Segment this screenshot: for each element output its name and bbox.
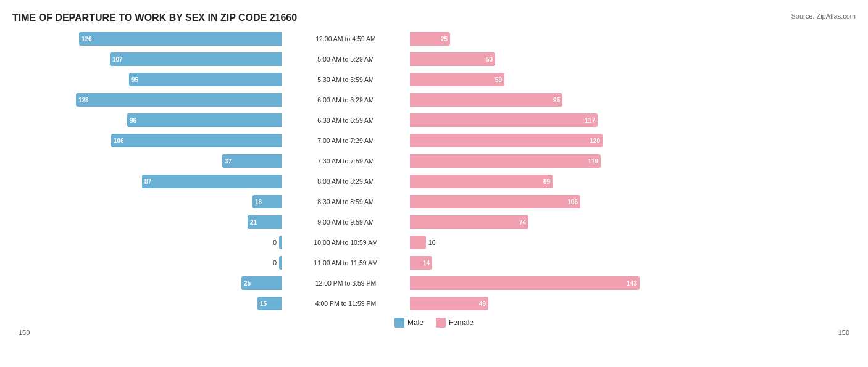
- male-bar: 21: [248, 215, 282, 229]
- male-value: 0: [259, 239, 277, 246]
- right-section: 14: [407, 256, 679, 270]
- legend-male-label: Male: [407, 318, 424, 327]
- source-text: Source: ZipAtlas.com: [791, 12, 856, 20]
- legend-female-label: Female: [449, 318, 474, 327]
- female-bar: 106: [410, 195, 580, 208]
- time-label: 11:00 AM to 11:59 AM: [284, 259, 407, 266]
- right-section: 89: [407, 175, 679, 188]
- female-bar: 59: [410, 73, 504, 86]
- legend-male-box: [394, 318, 404, 328]
- time-label: 5:30 AM to 5:59 AM: [284, 76, 407, 83]
- legend-female: Female: [436, 318, 474, 328]
- right-section: 74: [407, 215, 679, 229]
- male-bar-value: 107: [112, 56, 123, 63]
- bar-row: 1286:00 AM to 6:29 AM95: [12, 91, 856, 109]
- female-bar: [410, 236, 426, 249]
- female-bar: 95: [410, 93, 562, 107]
- male-bar: 25: [241, 276, 282, 290]
- male-bar: 18: [252, 195, 282, 208]
- right-section: 119: [407, 154, 679, 168]
- male-bar-value: 128: [78, 97, 89, 104]
- male-bar: [279, 236, 282, 249]
- bar-row: 1067:00 AM to 7:29 AM120: [12, 131, 856, 150]
- female-bar: 119: [410, 154, 601, 168]
- legend-female-box: [436, 318, 446, 328]
- bar-row: 878:00 AM to 8:29 AM89: [12, 172, 856, 191]
- time-label: 5:00 AM to 5:29 AM: [284, 56, 407, 63]
- time-label: 4:00 PM to 11:59 PM: [284, 300, 407, 307]
- male-bar-value: 126: [81, 36, 92, 43]
- left-section: 0: [12, 256, 284, 270]
- male-bar: 37: [222, 154, 282, 168]
- male-bar-value: 21: [250, 219, 257, 226]
- axis-left-label: 150: [19, 329, 30, 336]
- bar-row: 010:00 AM to 10:59 AM10: [12, 233, 856, 252]
- bar-row: 955:30 AM to 5:59 AM59: [12, 70, 856, 89]
- male-value: 0: [259, 259, 277, 266]
- right-section: 53: [407, 52, 679, 66]
- female-bar-value: 25: [441, 36, 448, 43]
- left-section: 15: [12, 297, 284, 310]
- male-bar: 106: [111, 134, 282, 147]
- left-section: 0: [12, 236, 284, 249]
- male-bar: 87: [142, 175, 282, 188]
- female-bar-value: 106: [567, 199, 578, 205]
- time-label: 9:00 AM to 9:59 AM: [284, 218, 407, 226]
- female-bar-value: 143: [627, 280, 637, 287]
- female-bar-value: 120: [590, 138, 600, 144]
- left-section: 126: [12, 32, 284, 46]
- female-bar: 120: [410, 134, 603, 147]
- time-label: 6:00 AM to 6:29 AM: [284, 96, 407, 104]
- male-bar-value: 96: [130, 117, 136, 124]
- male-bar: 128: [76, 93, 282, 107]
- left-section: 18: [12, 195, 284, 208]
- female-bar: 14: [410, 256, 432, 270]
- left-section: 25: [12, 276, 284, 290]
- left-section: 107: [12, 52, 284, 66]
- female-bar: 89: [410, 175, 553, 188]
- female-bar-value: 117: [585, 117, 595, 124]
- left-section: 37: [12, 154, 284, 168]
- right-section: 25: [407, 32, 679, 46]
- time-label: 7:30 AM to 7:59 AM: [284, 157, 407, 165]
- time-label: 6:30 AM to 6:59 AM: [284, 117, 407, 124]
- left-section: 87: [12, 175, 284, 188]
- left-section: 128: [12, 93, 284, 107]
- male-bar-value: 37: [225, 158, 232, 165]
- right-section: 59: [407, 73, 679, 86]
- female-bar: 74: [410, 215, 528, 229]
- bar-row: 377:30 AM to 7:59 AM119: [12, 152, 856, 170]
- male-bar-value: 15: [260, 300, 267, 307]
- left-section: 96: [12, 113, 284, 127]
- male-bar-value: 106: [114, 138, 124, 144]
- female-bar-value: 59: [495, 76, 502, 83]
- female-value: 10: [428, 239, 446, 246]
- female-bar-value: 74: [519, 219, 526, 226]
- right-section: 117: [407, 113, 679, 127]
- male-bar: 126: [79, 32, 282, 46]
- legend: Male Female: [12, 318, 856, 328]
- female-bar: 25: [410, 32, 450, 46]
- right-section: 49: [407, 297, 679, 310]
- bar-row: 2512:00 PM to 3:59 PM143: [12, 274, 856, 292]
- time-label: 12:00 PM to 3:59 PM: [284, 279, 407, 287]
- female-bar: 117: [410, 113, 598, 127]
- time-label: 10:00 AM to 10:59 AM: [284, 239, 407, 246]
- female-bar-value: 14: [423, 260, 430, 266]
- left-section: 95: [12, 73, 284, 86]
- time-label: 7:00 AM to 7:29 AM: [284, 137, 407, 144]
- male-bar: [279, 256, 282, 270]
- left-section: 106: [12, 134, 284, 147]
- axis-right-label: 150: [838, 329, 849, 336]
- right-section: 10: [407, 236, 679, 249]
- female-bar: 143: [410, 276, 640, 290]
- right-section: 120: [407, 134, 679, 147]
- bar-row: 12612:00 AM to 4:59 AM25: [12, 30, 856, 48]
- chart-container: TIME OF DEPARTURE TO WORK BY SEX IN ZIP …: [0, 0, 868, 367]
- male-bar: 95: [129, 73, 282, 86]
- time-label: 8:00 AM to 8:29 AM: [284, 178, 407, 185]
- male-bar: 15: [257, 297, 282, 310]
- bar-row: 154:00 PM to 11:59 PM49: [12, 294, 856, 313]
- bar-row: 1075:00 AM to 5:29 AM53: [12, 50, 856, 68]
- female-bar: 49: [410, 297, 488, 310]
